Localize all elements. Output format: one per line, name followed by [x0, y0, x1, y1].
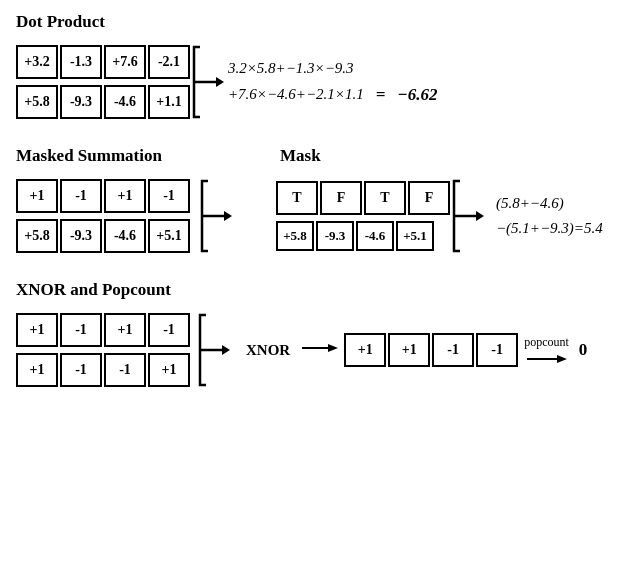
box-cell: -1: [60, 313, 102, 347]
box-cell: +5.8: [16, 219, 58, 253]
popcount-arrow: popcount: [524, 335, 569, 366]
masked-inner: +1-1+1-1 +5.8-9.3-4.6+5.1: [16, 176, 236, 256]
box-cell: -1: [148, 179, 190, 213]
xnor-vector2: +1-1-1+1: [16, 353, 190, 387]
xnor-bracket-arrow: [198, 310, 230, 390]
xnor-result-value: 0: [579, 340, 588, 360]
mask-bracket-arrow: [452, 176, 484, 256]
svg-marker-1: [216, 77, 224, 87]
box-cell: -9.3: [316, 221, 354, 251]
box-cell: +1: [104, 313, 146, 347]
dot-product-title: Dot Product: [16, 12, 624, 32]
masked-bracket-arrow: [200, 176, 232, 256]
dot-product-section: Dot Product +3.2-1.3+7.6-2.1 +5.8-9.3-4.…: [16, 12, 624, 122]
box-cell: +1: [388, 333, 430, 367]
xnor-left: +1-1+1-1 +1-1-1+1: [16, 313, 190, 387]
dot-result: −6.62: [397, 82, 437, 108]
box-cell: -1: [432, 333, 474, 367]
mask-section: Mask TFTF +5.8-9.3-4.6+5.1 (5.8+−4.6): [276, 146, 603, 256]
box-cell: -4.6: [104, 219, 146, 253]
box-cell: -1: [148, 313, 190, 347]
mask-title: Mask: [280, 146, 603, 166]
box-cell: T: [364, 181, 406, 215]
xnor-section: XNOR and Popcount +1-1+1-1 +1-1-1+1 XNOR…: [16, 280, 624, 390]
masked-summation-section: Masked Summation +1-1+1-1 +5.8-9.3-4.6+5…: [16, 146, 624, 256]
dot-vector2: +5.8-9.3-4.6+1.1: [16, 85, 190, 119]
box-cell: -9.3: [60, 85, 102, 119]
box-cell: -2.1: [148, 45, 190, 79]
dot-vector1: +3.2-1.3+7.6-2.1: [16, 45, 190, 79]
box-cell: +1: [148, 353, 190, 387]
box-cell: -4.6: [104, 85, 146, 119]
box-cell: -1: [60, 179, 102, 213]
mask-inner: TFTF +5.8-9.3-4.6+5.1 (5.8+−4.6) −(5.1+−…: [276, 176, 603, 256]
box-cell: F: [408, 181, 450, 215]
svg-marker-5: [476, 211, 484, 221]
box-cell: +3.2: [16, 45, 58, 79]
box-cell: +1: [16, 313, 58, 347]
svg-marker-9: [328, 344, 338, 352]
box-cell: +1: [104, 179, 146, 213]
masked-summation-title: Masked Summation: [16, 146, 236, 166]
svg-marker-11: [557, 355, 567, 363]
box-cell: +5.1: [396, 221, 434, 251]
box-cell: +1.1: [148, 85, 190, 119]
box-cell: -1: [60, 353, 102, 387]
masked-vector2: +5.8-9.3-4.6+5.1: [16, 219, 190, 253]
box-cell: -1: [476, 333, 518, 367]
box-cell: T: [276, 181, 318, 215]
dot-bracket-arrow: [192, 42, 224, 122]
box-cell: -4.6: [356, 221, 394, 251]
dot-formula-line1: 3.2×5.8+−1.3×−9.3: [228, 57, 437, 80]
masked-filtered: +5.8-9.3-4.6+5.1: [276, 221, 450, 251]
box-cell: -9.3: [60, 219, 102, 253]
dot-product-inner: +3.2-1.3+7.6-2.1 +5.8-9.3-4.6+1.1 3.2×5.…: [16, 42, 624, 122]
xnor-inner: +1-1+1-1 +1-1-1+1 XNOR +1+1-1-1 popcount: [16, 310, 624, 390]
box-cell: +5.8: [276, 221, 314, 251]
popcount-label: popcount: [524, 335, 569, 350]
xnor-title: XNOR and Popcount: [16, 280, 624, 300]
xnor-result-vector: +1+1-1-1: [344, 333, 518, 367]
box-cell: +1: [16, 179, 58, 213]
mask-row: TFTF: [276, 181, 450, 215]
masked-result: (5.8+−4.6) −(5.1+−9.3)=5.4: [496, 191, 603, 242]
box-cell: +1: [344, 333, 386, 367]
svg-marker-3: [224, 211, 232, 221]
dot-formula-line2: +7.6×−4.6+−2.1×1.1 = −6.62: [228, 82, 437, 108]
box-cell: -1.3: [60, 45, 102, 79]
masked-left: +1-1+1-1 +5.8-9.3-4.6+5.1: [16, 179, 190, 253]
xnor-label: XNOR: [246, 342, 290, 359]
dot-vectors: +3.2-1.3+7.6-2.1 +5.8-9.3-4.6+1.1: [16, 45, 190, 119]
box-cell: +5.1: [148, 219, 190, 253]
masked-vector1: +1-1+1-1: [16, 179, 190, 213]
box-cell: +7.6: [104, 45, 146, 79]
xnor-arrow: [302, 338, 338, 362]
box-cell: F: [320, 181, 362, 215]
box-cell: +1: [16, 353, 58, 387]
dot-formula: 3.2×5.8+−1.3×−9.3 +7.6×−4.6+−2.1×1.1 = −…: [228, 57, 437, 107]
box-cell: +5.8: [16, 85, 58, 119]
box-cell: -1: [104, 353, 146, 387]
xnor-vector1: +1-1+1-1: [16, 313, 190, 347]
svg-marker-7: [222, 345, 230, 355]
